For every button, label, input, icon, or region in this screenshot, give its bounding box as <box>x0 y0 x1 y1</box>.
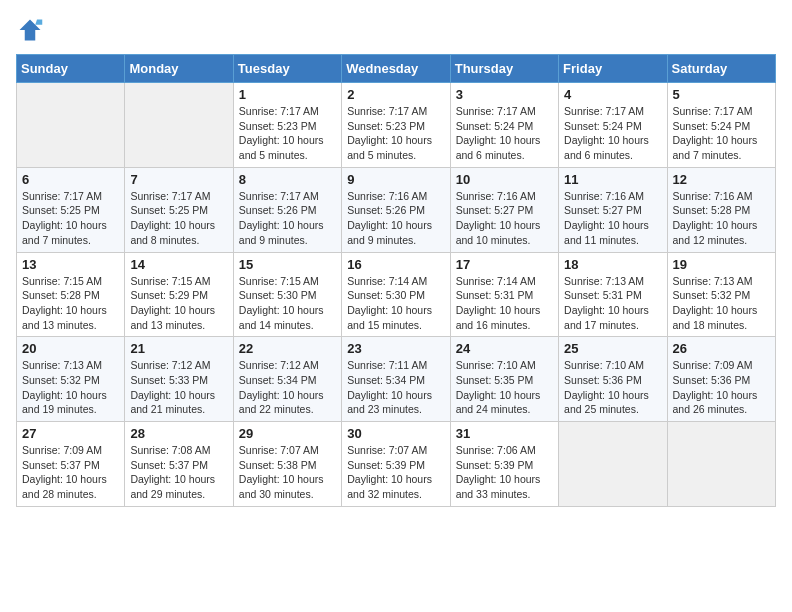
cell-detail: Sunrise: 7:10 AM Sunset: 5:35 PM Dayligh… <box>456 358 553 417</box>
day-number: 28 <box>130 426 227 441</box>
col-header-monday: Monday <box>125 55 233 83</box>
cell-detail: Sunrise: 7:10 AM Sunset: 5:36 PM Dayligh… <box>564 358 661 417</box>
cell-detail: Sunrise: 7:07 AM Sunset: 5:38 PM Dayligh… <box>239 443 336 502</box>
calendar-cell: 20Sunrise: 7:13 AM Sunset: 5:32 PM Dayli… <box>17 337 125 422</box>
cell-detail: Sunrise: 7:14 AM Sunset: 5:31 PM Dayligh… <box>456 274 553 333</box>
calendar-cell: 8Sunrise: 7:17 AM Sunset: 5:26 PM Daylig… <box>233 167 341 252</box>
day-number: 4 <box>564 87 661 102</box>
cell-detail: Sunrise: 7:07 AM Sunset: 5:39 PM Dayligh… <box>347 443 444 502</box>
day-number: 26 <box>673 341 770 356</box>
col-header-sunday: Sunday <box>17 55 125 83</box>
col-header-tuesday: Tuesday <box>233 55 341 83</box>
day-number: 3 <box>456 87 553 102</box>
day-number: 12 <box>673 172 770 187</box>
cell-detail: Sunrise: 7:09 AM Sunset: 5:37 PM Dayligh… <box>22 443 119 502</box>
day-number: 20 <box>22 341 119 356</box>
calendar-cell: 18Sunrise: 7:13 AM Sunset: 5:31 PM Dayli… <box>559 252 667 337</box>
day-number: 2 <box>347 87 444 102</box>
day-number: 23 <box>347 341 444 356</box>
day-number: 18 <box>564 257 661 272</box>
day-number: 10 <box>456 172 553 187</box>
cell-detail: Sunrise: 7:16 AM Sunset: 5:27 PM Dayligh… <box>564 189 661 248</box>
day-number: 19 <box>673 257 770 272</box>
day-number: 25 <box>564 341 661 356</box>
cell-detail: Sunrise: 7:15 AM Sunset: 5:29 PM Dayligh… <box>130 274 227 333</box>
calendar-cell: 28Sunrise: 7:08 AM Sunset: 5:37 PM Dayli… <box>125 422 233 507</box>
calendar-week-row: 20Sunrise: 7:13 AM Sunset: 5:32 PM Dayli… <box>17 337 776 422</box>
calendar-cell: 16Sunrise: 7:14 AM Sunset: 5:30 PM Dayli… <box>342 252 450 337</box>
calendar-cell: 6Sunrise: 7:17 AM Sunset: 5:25 PM Daylig… <box>17 167 125 252</box>
day-number: 29 <box>239 426 336 441</box>
calendar-cell: 11Sunrise: 7:16 AM Sunset: 5:27 PM Dayli… <box>559 167 667 252</box>
calendar-cell: 17Sunrise: 7:14 AM Sunset: 5:31 PM Dayli… <box>450 252 558 337</box>
day-number: 5 <box>673 87 770 102</box>
calendar-cell: 2Sunrise: 7:17 AM Sunset: 5:23 PM Daylig… <box>342 83 450 168</box>
day-number: 9 <box>347 172 444 187</box>
calendar-cell: 15Sunrise: 7:15 AM Sunset: 5:30 PM Dayli… <box>233 252 341 337</box>
calendar-cell: 22Sunrise: 7:12 AM Sunset: 5:34 PM Dayli… <box>233 337 341 422</box>
calendar-week-row: 1Sunrise: 7:17 AM Sunset: 5:23 PM Daylig… <box>17 83 776 168</box>
day-number: 11 <box>564 172 661 187</box>
calendar-cell: 25Sunrise: 7:10 AM Sunset: 5:36 PM Dayli… <box>559 337 667 422</box>
calendar-cell: 12Sunrise: 7:16 AM Sunset: 5:28 PM Dayli… <box>667 167 775 252</box>
cell-detail: Sunrise: 7:12 AM Sunset: 5:34 PM Dayligh… <box>239 358 336 417</box>
calendar-cell: 5Sunrise: 7:17 AM Sunset: 5:24 PM Daylig… <box>667 83 775 168</box>
calendar-cell: 3Sunrise: 7:17 AM Sunset: 5:24 PM Daylig… <box>450 83 558 168</box>
calendar-cell: 24Sunrise: 7:10 AM Sunset: 5:35 PM Dayli… <box>450 337 558 422</box>
cell-detail: Sunrise: 7:17 AM Sunset: 5:25 PM Dayligh… <box>22 189 119 248</box>
day-number: 7 <box>130 172 227 187</box>
day-number: 17 <box>456 257 553 272</box>
logo-icon <box>16 16 44 44</box>
calendar-cell: 10Sunrise: 7:16 AM Sunset: 5:27 PM Dayli… <box>450 167 558 252</box>
calendar-cell <box>667 422 775 507</box>
calendar-cell: 30Sunrise: 7:07 AM Sunset: 5:39 PM Dayli… <box>342 422 450 507</box>
calendar-cell: 7Sunrise: 7:17 AM Sunset: 5:25 PM Daylig… <box>125 167 233 252</box>
cell-detail: Sunrise: 7:14 AM Sunset: 5:30 PM Dayligh… <box>347 274 444 333</box>
calendar-week-row: 6Sunrise: 7:17 AM Sunset: 5:25 PM Daylig… <box>17 167 776 252</box>
day-number: 24 <box>456 341 553 356</box>
calendar-header-row: SundayMondayTuesdayWednesdayThursdayFrid… <box>17 55 776 83</box>
calendar-cell: 19Sunrise: 7:13 AM Sunset: 5:32 PM Dayli… <box>667 252 775 337</box>
calendar-week-row: 27Sunrise: 7:09 AM Sunset: 5:37 PM Dayli… <box>17 422 776 507</box>
calendar-cell: 29Sunrise: 7:07 AM Sunset: 5:38 PM Dayli… <box>233 422 341 507</box>
calendar-table: SundayMondayTuesdayWednesdayThursdayFrid… <box>16 54 776 507</box>
calendar-week-row: 13Sunrise: 7:15 AM Sunset: 5:28 PM Dayli… <box>17 252 776 337</box>
day-number: 31 <box>456 426 553 441</box>
calendar-cell: 13Sunrise: 7:15 AM Sunset: 5:28 PM Dayli… <box>17 252 125 337</box>
calendar-cell: 26Sunrise: 7:09 AM Sunset: 5:36 PM Dayli… <box>667 337 775 422</box>
day-number: 21 <box>130 341 227 356</box>
cell-detail: Sunrise: 7:13 AM Sunset: 5:32 PM Dayligh… <box>22 358 119 417</box>
page-header <box>16 16 776 44</box>
cell-detail: Sunrise: 7:15 AM Sunset: 5:30 PM Dayligh… <box>239 274 336 333</box>
calendar-cell <box>559 422 667 507</box>
cell-detail: Sunrise: 7:06 AM Sunset: 5:39 PM Dayligh… <box>456 443 553 502</box>
cell-detail: Sunrise: 7:17 AM Sunset: 5:23 PM Dayligh… <box>239 104 336 163</box>
day-number: 22 <box>239 341 336 356</box>
cell-detail: Sunrise: 7:11 AM Sunset: 5:34 PM Dayligh… <box>347 358 444 417</box>
day-number: 6 <box>22 172 119 187</box>
calendar-cell: 23Sunrise: 7:11 AM Sunset: 5:34 PM Dayli… <box>342 337 450 422</box>
cell-detail: Sunrise: 7:17 AM Sunset: 5:23 PM Dayligh… <box>347 104 444 163</box>
cell-detail: Sunrise: 7:16 AM Sunset: 5:26 PM Dayligh… <box>347 189 444 248</box>
calendar-cell: 31Sunrise: 7:06 AM Sunset: 5:39 PM Dayli… <box>450 422 558 507</box>
col-header-saturday: Saturday <box>667 55 775 83</box>
cell-detail: Sunrise: 7:12 AM Sunset: 5:33 PM Dayligh… <box>130 358 227 417</box>
calendar-cell: 14Sunrise: 7:15 AM Sunset: 5:29 PM Dayli… <box>125 252 233 337</box>
calendar-cell: 9Sunrise: 7:16 AM Sunset: 5:26 PM Daylig… <box>342 167 450 252</box>
day-number: 13 <box>22 257 119 272</box>
day-number: 27 <box>22 426 119 441</box>
calendar-cell <box>125 83 233 168</box>
col-header-friday: Friday <box>559 55 667 83</box>
svg-marker-1 <box>35 20 42 25</box>
day-number: 30 <box>347 426 444 441</box>
cell-detail: Sunrise: 7:17 AM Sunset: 5:24 PM Dayligh… <box>564 104 661 163</box>
cell-detail: Sunrise: 7:09 AM Sunset: 5:36 PM Dayligh… <box>673 358 770 417</box>
col-header-wednesday: Wednesday <box>342 55 450 83</box>
cell-detail: Sunrise: 7:16 AM Sunset: 5:28 PM Dayligh… <box>673 189 770 248</box>
cell-detail: Sunrise: 7:17 AM Sunset: 5:25 PM Dayligh… <box>130 189 227 248</box>
day-number: 8 <box>239 172 336 187</box>
cell-detail: Sunrise: 7:17 AM Sunset: 5:26 PM Dayligh… <box>239 189 336 248</box>
cell-detail: Sunrise: 7:08 AM Sunset: 5:37 PM Dayligh… <box>130 443 227 502</box>
logo <box>16 16 48 44</box>
cell-detail: Sunrise: 7:15 AM Sunset: 5:28 PM Dayligh… <box>22 274 119 333</box>
